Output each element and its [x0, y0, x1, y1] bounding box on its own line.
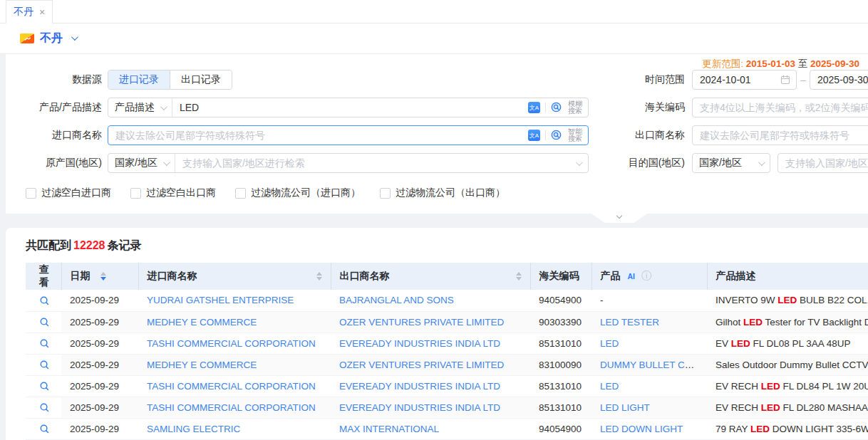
product-search-input[interactable] — [172, 98, 528, 117]
checkbox[interactable] — [26, 188, 36, 199]
description-cell: Sales Outdoor Dummy Bullet CCTV C... — [707, 354, 868, 375]
filter-blank-exporter[interactable]: 过滤空白出口商 — [130, 187, 216, 199]
checkbox-label: 过滤物流公司（进口商） — [251, 187, 361, 199]
checkbox[interactable] — [130, 188, 141, 199]
checkbox[interactable] — [380, 188, 391, 199]
product-link[interactable]: LED DOWN LIGHT — [600, 424, 683, 434]
description-cell: Gilhot LED Tester for TV Backlight De... — [707, 311, 868, 332]
collapse-filters-handle[interactable] — [591, 214, 647, 223]
chevron-down-icon[interactable] — [71, 33, 78, 41]
date-from-field — [692, 70, 797, 90]
importer-name-input[interactable] — [108, 126, 528, 145]
importer-link[interactable]: TASHI COMMERCIAL CORPORATION — [147, 402, 316, 413]
exporter-cell: EVEREADY INDUSTRIES INDIA LTD — [331, 375, 530, 397]
hs-code-label: 海关编码 — [589, 101, 685, 114]
product-link[interactable]: LED — [600, 381, 619, 392]
filter-blank-importer[interactable]: 过滤空白进口商 — [26, 187, 111, 199]
export-records-button[interactable]: 出口记录 — [170, 70, 232, 89]
sort-exporter[interactable] — [516, 272, 522, 281]
destination-country-input[interactable] — [778, 154, 868, 172]
date-cell: 2025-09-29 — [61, 397, 138, 418]
view-record-button[interactable] — [39, 381, 50, 392]
chevron-down-icon — [163, 159, 170, 166]
sort-date[interactable] — [100, 272, 106, 281]
info-icon[interactable]: ⓘ — [641, 270, 651, 283]
origin-country-select[interactable]: 国家/地区 — [108, 154, 175, 172]
smart-search-label[interactable]: 智能 搜索 — [568, 128, 582, 142]
hs-code-cell: 94054900 — [530, 418, 591, 439]
importer-link[interactable]: MEDHEY E COMMERCE — [147, 360, 257, 370]
filter-logistics-importer[interactable]: 过滤物流公司（进口商） — [235, 187, 361, 199]
exporter-link[interactable]: EVEREADY INDUSTRIES INDIA LTD — [339, 338, 500, 349]
view-record-button[interactable] — [39, 338, 50, 349]
description-cell: EV RECH LED FL DL280 MASHAAL 10... — [707, 397, 868, 418]
date-to-field — [810, 70, 868, 90]
destination-country-field — [777, 153, 868, 173]
importer-link[interactable]: MEDHEY E COMMERCE — [147, 317, 257, 328]
exporter-link[interactable]: OZER VENTURES PRIVATE LIMITED — [339, 317, 504, 328]
result-count: 共匹配到12228条记录 — [26, 239, 868, 253]
exporter-link[interactable]: BAJRANGLAL AND SONS — [339, 295, 454, 305]
date-cell: 2025-09-29 — [61, 418, 138, 439]
exporter-link[interactable]: OZER VENTURES PRIVATE LIMITED — [339, 360, 504, 370]
exporter-link[interactable]: EVEREADY INDUSTRIES INDIA LTD — [339, 381, 500, 392]
col-product: 产品 AI ⓘ — [591, 263, 707, 290]
exporter-cell: OZER VENTURES PRIVATE LIMITED — [331, 311, 530, 332]
product-link[interactable]: DUMMY BULLET CCTV... — [600, 360, 707, 370]
table-row: 2025-09-29MEDHEY E COMMERCEOZER VENTURES… — [26, 354, 868, 375]
hs-code-input[interactable] — [693, 98, 868, 117]
exporter-cell: BAJRANGLAL AND SONS — [331, 290, 530, 311]
origin-select-value: 国家/地区 — [115, 157, 157, 169]
destination-country-select[interactable]: 国家/地区 — [692, 153, 770, 173]
page-title: 不丹 — [40, 31, 63, 46]
description-cell: EV RECH LED FL DL84 PL 1W 20UP — [707, 375, 868, 397]
translate-icon[interactable]: 文A — [528, 102, 540, 113]
hs-code-cell: 94054900 — [530, 290, 591, 311]
col-exporter: 出口商名称 — [331, 263, 530, 290]
smart-search-icon[interactable] — [551, 130, 563, 142]
origin-country-input[interactable] — [175, 154, 576, 172]
importer-link[interactable]: SAMLING ELECTRIC — [147, 424, 240, 434]
view-record-button[interactable] — [39, 424, 50, 434]
fuzzy-search-icon[interactable] — [551, 102, 563, 114]
destination-select-value: 国家/地区 — [699, 157, 742, 169]
importer-cell: TASHI COMMERCIAL CORPORATION — [138, 397, 331, 418]
product-link[interactable]: LED TESTER — [600, 317, 659, 328]
filter-checkbox-row: 过滤空白进口商 过滤空白出口商 过滤物流公司（进口商） 过滤物流公司（出口商） — [26, 187, 868, 199]
chevron-down-icon[interactable] — [576, 159, 583, 166]
exporter-cell: OZER VENTURES PRIVATE LIMITED — [331, 354, 530, 375]
exporter-link[interactable]: MAX INTERNATIONAL — [339, 424, 439, 434]
view-record-button[interactable] — [39, 402, 50, 413]
product-type-select[interactable]: 产品描述 — [108, 98, 172, 117]
fuzzy-search-label[interactable]: 模糊 搜索 — [568, 100, 582, 115]
view-record-button[interactable] — [39, 360, 50, 370]
view-record-button[interactable] — [39, 317, 50, 328]
view-cell — [26, 290, 61, 311]
checkbox[interactable] — [235, 188, 246, 199]
translate-icon[interactable]: 文A — [528, 130, 540, 141]
chevron-down-icon — [160, 103, 167, 110]
filter-logistics-exporter[interactable]: 过滤物流公司（出口商） — [380, 187, 505, 199]
tab-strip: 不丹 × — [0, 0, 868, 23]
import-records-button[interactable]: 进口记录 — [108, 70, 170, 89]
exporter-cell: MAX INTERNATIONAL — [331, 418, 530, 439]
product-search-group: 产品描述 文A 模糊 搜索 — [108, 98, 589, 117]
close-icon[interactable]: × — [39, 7, 45, 17]
view-record-button[interactable] — [39, 295, 50, 306]
table-row: 2025-09-29MEDHEY E COMMERCEOZER VENTURES… — [26, 311, 868, 332]
calendar-icon[interactable] — [780, 75, 790, 85]
hs-code-cell: 90303390 — [530, 311, 591, 332]
sort-importer[interactable] — [316, 272, 322, 281]
tab-bhutan[interactable]: 不丹 × — [6, 0, 53, 23]
date-from-input[interactable] — [693, 70, 780, 89]
highlighted-keyword: LED — [743, 317, 763, 328]
importer-link[interactable]: TASHI COMMERCIAL CORPORATION — [147, 338, 316, 349]
exporter-name-input[interactable] — [693, 126, 868, 145]
product-link[interactable]: LED — [600, 338, 619, 349]
view-cell — [26, 354, 61, 375]
product-link[interactable]: LED LIGHT — [600, 402, 650, 413]
importer-link[interactable]: TASHI COMMERCIAL CORPORATION — [147, 381, 316, 392]
importer-link[interactable]: YUDRAI GATSHEL ENTERPRISE — [147, 295, 294, 305]
exporter-link[interactable]: EVEREADY INDUSTRIES INDIA LTD — [339, 402, 500, 413]
date-to-input[interactable] — [810, 70, 868, 89]
